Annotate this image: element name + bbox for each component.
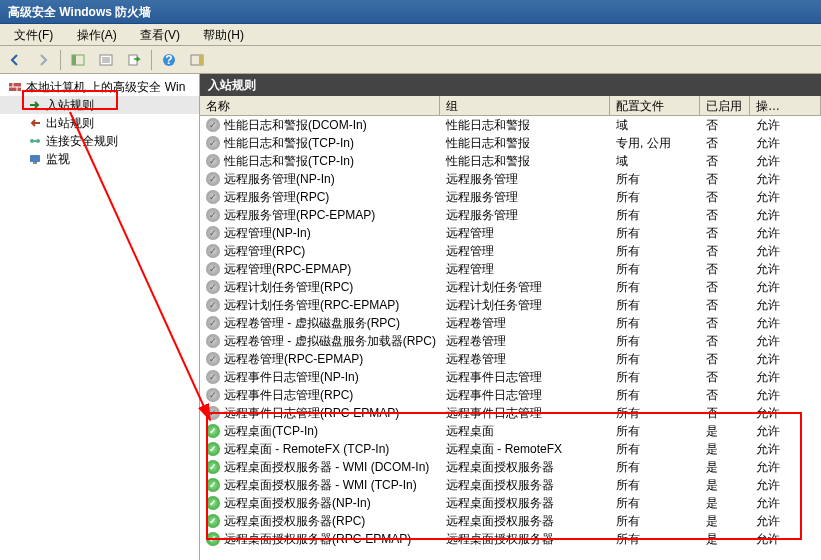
rule-row[interactable]: 远程服务管理(RPC-EPMAP)远程服务管理所有否允许: [200, 206, 821, 224]
tree-root[interactable]: 本地计算机 上的高级安全 Win: [0, 78, 199, 96]
menu-help[interactable]: 帮助(H): [193, 28, 254, 42]
rule-enabled: 否: [700, 152, 750, 170]
svg-rect-10: [199, 55, 203, 65]
rule-row[interactable]: 性能日志和警报(TCP-In)性能日志和警报专用, 公用否允许: [200, 134, 821, 152]
rule-action: 允许: [750, 530, 821, 548]
rule-action: 允许: [750, 134, 821, 152]
rule-status-icon: [206, 442, 220, 456]
rule-profile: 域: [610, 152, 700, 170]
svg-rect-6: [129, 55, 137, 65]
rule-row[interactable]: 远程卷管理(RPC-EPMAP)远程卷管理所有否允许: [200, 350, 821, 368]
rule-name: 远程管理(RPC): [224, 242, 305, 260]
rule-profile: 所有: [610, 296, 700, 314]
rule-group: 远程桌面授权服务器: [440, 458, 610, 476]
col-enabled[interactable]: 已启用: [700, 96, 750, 115]
help-button[interactable]: ?: [158, 49, 180, 71]
back-button[interactable]: [4, 49, 26, 71]
show-hide-tree-button[interactable]: [67, 49, 89, 71]
rule-row[interactable]: 远程计划任务管理(RPC)远程计划任务管理所有否允许: [200, 278, 821, 296]
tree-monitoring[interactable]: 监视: [0, 150, 199, 168]
rule-row[interactable]: 远程桌面授权服务器 - WMI (TCP-In)远程桌面授权服务器所有是允许: [200, 476, 821, 494]
rule-enabled: 是: [700, 422, 750, 440]
menu-view[interactable]: 查看(V): [130, 28, 190, 42]
rule-name: 远程事件日志管理(RPC-EPMAP): [224, 404, 399, 422]
rule-action: 允许: [750, 512, 821, 530]
tree-inbound-rules[interactable]: 入站规则: [0, 96, 199, 114]
firewall-icon: [8, 80, 22, 94]
col-action[interactable]: 操…: [750, 96, 821, 115]
rule-action: 允许: [750, 332, 821, 350]
rule-row[interactable]: 远程卷管理 - 虚拟磁盘服务(RPC)远程卷管理所有否允许: [200, 314, 821, 332]
rule-row[interactable]: 性能日志和警报(DCOM-In)性能日志和警报域否允许: [200, 116, 821, 134]
rule-action: 允许: [750, 260, 821, 278]
col-name[interactable]: 名称: [200, 96, 440, 115]
rule-row[interactable]: 远程桌面(TCP-In)远程桌面所有是允许: [200, 422, 821, 440]
rule-row[interactable]: 远程桌面授权服务器(NP-In)远程桌面授权服务器所有是允许: [200, 494, 821, 512]
rule-row[interactable]: 远程服务管理(NP-In)远程服务管理所有否允许: [200, 170, 821, 188]
rule-name: 远程计划任务管理(RPC-EPMAP): [224, 296, 399, 314]
rule-enabled: 否: [700, 350, 750, 368]
rules-list: 性能日志和警报(DCOM-In)性能日志和警报域否允许性能日志和警报(TCP-I…: [200, 116, 821, 560]
rule-row[interactable]: 远程计划任务管理(RPC-EPMAP)远程计划任务管理所有否允许: [200, 296, 821, 314]
rule-enabled: 否: [700, 404, 750, 422]
rule-group: 远程桌面授权服务器: [440, 530, 610, 548]
col-profile[interactable]: 配置文件: [610, 96, 700, 115]
rule-profile: 所有: [610, 440, 700, 458]
rule-status-icon: [206, 190, 220, 204]
rule-row[interactable]: 远程桌面授权服务器 - WMI (DCOM-In)远程桌面授权服务器所有是允许: [200, 458, 821, 476]
rule-group: 远程桌面授权服务器: [440, 476, 610, 494]
menu-file[interactable]: 文件(F): [4, 28, 63, 42]
action-pane-button[interactable]: [186, 49, 208, 71]
rule-action: 允许: [750, 314, 821, 332]
rule-row[interactable]: 远程事件日志管理(RPC)远程事件日志管理所有否允许: [200, 386, 821, 404]
rule-status-icon: [206, 154, 220, 168]
rule-group: 远程桌面 - RemoteFX: [440, 440, 610, 458]
rule-enabled: 是: [700, 530, 750, 548]
rule-enabled: 否: [700, 242, 750, 260]
menubar: 文件(F) 操作(A) 查看(V) 帮助(H): [0, 24, 821, 46]
rule-enabled: 是: [700, 494, 750, 512]
rule-row[interactable]: 远程事件日志管理(RPC-EPMAP)远程事件日志管理所有否允许: [200, 404, 821, 422]
rule-group: 远程事件日志管理: [440, 368, 610, 386]
forward-button[interactable]: [32, 49, 54, 71]
rule-group: 远程卷管理: [440, 332, 610, 350]
rule-row[interactable]: 远程事件日志管理(NP-In)远程事件日志管理所有否允许: [200, 368, 821, 386]
rule-name: 远程服务管理(RPC-EPMAP): [224, 206, 375, 224]
rule-name: 远程事件日志管理(RPC): [224, 386, 353, 404]
main-panel: 入站规则 名称 组 配置文件 已启用 操… 性能日志和警报(DCOM-In)性能…: [200, 74, 821, 560]
rule-action: 允许: [750, 170, 821, 188]
menu-action[interactable]: 操作(A): [67, 28, 127, 42]
export-list-button[interactable]: [123, 49, 145, 71]
rule-row[interactable]: 远程桌面 - RemoteFX (TCP-In)远程桌面 - RemoteFX所…: [200, 440, 821, 458]
rule-profile: 所有: [610, 206, 700, 224]
rule-action: 允许: [750, 494, 821, 512]
rule-row[interactable]: 远程服务管理(RPC)远程服务管理所有否允许: [200, 188, 821, 206]
inbound-icon: [28, 98, 42, 112]
rule-profile: 所有: [610, 458, 700, 476]
tree-connection-security[interactable]: 连接安全规则: [0, 132, 199, 150]
rule-row[interactable]: 远程桌面授权服务器(RPC)远程桌面授权服务器所有是允许: [200, 512, 821, 530]
rule-status-icon: [206, 424, 220, 438]
rule-name: 远程桌面授权服务器(RPC): [224, 512, 365, 530]
rule-row[interactable]: 远程桌面授权服务器(RPC-EPMAP)远程桌面授权服务器所有是允许: [200, 530, 821, 548]
rule-row[interactable]: 性能日志和警报(TCP-In)性能日志和警报域否允许: [200, 152, 821, 170]
rule-row[interactable]: 远程卷管理 - 虚拟磁盘服务加载器(RPC)远程卷管理所有否允许: [200, 332, 821, 350]
rule-row[interactable]: 远程管理(NP-In)远程管理所有否允许: [200, 224, 821, 242]
rule-profile: 所有: [610, 530, 700, 548]
rule-action: 允许: [750, 278, 821, 296]
properties-button[interactable]: [95, 49, 117, 71]
rule-row[interactable]: 远程管理(RPC-EPMAP)远程管理所有否允许: [200, 260, 821, 278]
rule-name: 远程管理(NP-In): [224, 224, 311, 242]
rule-group: 远程卷管理: [440, 350, 610, 368]
rule-row[interactable]: 远程管理(RPC)远程管理所有否允许: [200, 242, 821, 260]
col-group[interactable]: 组: [440, 96, 610, 115]
toolbar: ?: [0, 46, 821, 74]
tree-outbound-rules[interactable]: 出站规则: [0, 114, 199, 132]
rule-action: 允许: [750, 224, 821, 242]
rule-name: 远程桌面授权服务器(RPC-EPMAP): [224, 530, 411, 548]
rule-name: 性能日志和警报(TCP-In): [224, 134, 354, 152]
rule-group: 性能日志和警报: [440, 134, 610, 152]
rule-profile: 所有: [610, 242, 700, 260]
rule-action: 允许: [750, 206, 821, 224]
rule-name: 性能日志和警报(DCOM-In): [224, 116, 367, 134]
